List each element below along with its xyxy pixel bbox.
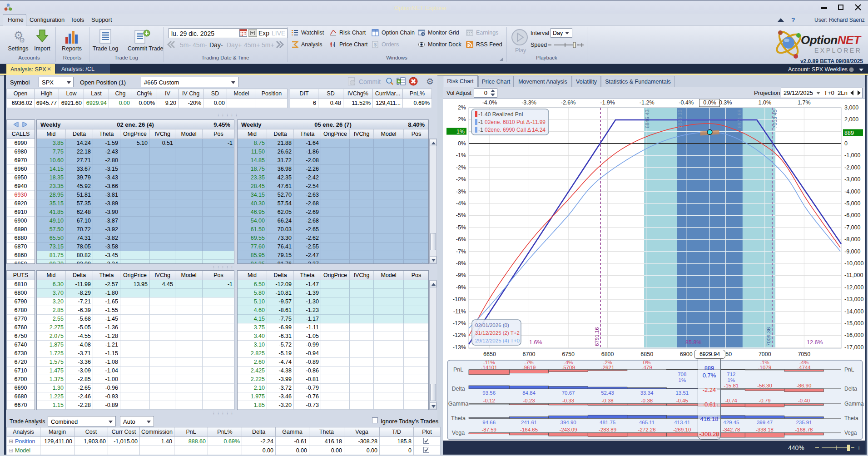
svg-text:2%: 2% bbox=[458, 116, 466, 123]
svg-text:2%: 2% bbox=[458, 104, 466, 111]
svg-text:-56.30: -56.30 bbox=[757, 383, 772, 388]
svg-text:-15,000: -15,000 bbox=[844, 320, 863, 327]
svg-text:235.91: 235.91 bbox=[796, 420, 812, 425]
svg-text:33.34: 33.34 bbox=[640, 390, 654, 396]
svg-text:712: 712 bbox=[727, 372, 735, 377]
svg-text:$: $ bbox=[374, 42, 377, 47]
svg-text:-2%: -2% bbox=[456, 164, 466, 171]
svg-text:-1.2%: -1.2% bbox=[640, 99, 655, 106]
svg-text:-5%: -5% bbox=[456, 224, 466, 231]
svg-text:14.24: 14.24 bbox=[532, 127, 546, 133]
svg-text:93.56: 93.56 bbox=[482, 390, 496, 396]
svg-text:2,000: 2,000 bbox=[844, 116, 858, 123]
svg-text:7009.36: 7009.36 bbox=[766, 327, 771, 346]
svg-text:394.90: 394.90 bbox=[560, 420, 576, 425]
svg-text:84.84: 84.84 bbox=[522, 390, 536, 396]
svg-text:+: + bbox=[857, 444, 861, 451]
svg-text:-1%: -1% bbox=[456, 152, 466, 159]
svg-text:889: 889 bbox=[844, 130, 854, 136]
svg-text:7050: 7050 bbox=[798, 351, 810, 357]
svg-text:Theta: Theta bbox=[844, 415, 858, 421]
svg-text:-272.26: -272.26 bbox=[638, 427, 656, 432]
svg-text:-10%: -10% bbox=[453, 296, 466, 302]
svg-text:Gamma: Gamma bbox=[844, 401, 864, 407]
svg-text:-5%: -5% bbox=[456, 212, 466, 218]
svg-text:-8,000: -8,000 bbox=[844, 236, 860, 243]
svg-text:94.66: 94.66 bbox=[482, 420, 496, 425]
svg-text:-12,000: -12,000 bbox=[844, 284, 863, 291]
svg-text:-17,000: -17,000 bbox=[844, 344, 863, 351]
svg-text:-11%: -11% bbox=[453, 308, 466, 315]
svg-text:Gamma: Gamma bbox=[448, 401, 469, 407]
svg-text:-14101: -14101 bbox=[481, 365, 497, 370]
svg-text:-11.99: -11.99 bbox=[531, 119, 546, 125]
svg-text:-12%: -12% bbox=[453, 320, 466, 327]
svg-text:6846.43: 6846.43 bbox=[645, 109, 650, 129]
svg-text:70.67: 70.67 bbox=[562, 390, 575, 396]
svg-text:-338.18: -338.18 bbox=[756, 427, 774, 432]
svg-text:Delta: Delta bbox=[451, 386, 465, 392]
svg-text:-168.78: -168.78 bbox=[795, 427, 813, 432]
svg-text:-13%: -13% bbox=[453, 344, 466, 351]
svg-text:-0.4%: -0.4% bbox=[679, 99, 694, 106]
svg-text:1%: 1% bbox=[728, 377, 735, 383]
svg-text:-1079: -1079 bbox=[758, 365, 771, 370]
svg-text:-4.0%: -4.0% bbox=[482, 99, 497, 106]
svg-text:-0.38: -0.38 bbox=[601, 398, 613, 403]
svg-text:1%: 1% bbox=[456, 129, 465, 135]
svg-text:413.41: 413.41 bbox=[674, 420, 690, 425]
svg-text:-9%: -9% bbox=[456, 284, 466, 291]
svg-text:31/12/2025 (2) T+2: 31/12/2025 (2) T+2 bbox=[475, 330, 520, 336]
svg-text:241.61: 241.61 bbox=[521, 420, 537, 425]
svg-text:-283.89: -283.89 bbox=[599, 427, 616, 432]
svg-text:6850: 6850 bbox=[640, 351, 653, 357]
svg-text:-86.90: -86.90 bbox=[797, 383, 812, 388]
svg-text:-243.09: -243.09 bbox=[560, 427, 577, 432]
svg-text:-15.81: -15.81 bbox=[724, 383, 739, 388]
svg-text:-0.40: -0.40 bbox=[798, 398, 810, 403]
svg-text:429.45: 429.45 bbox=[723, 420, 739, 425]
svg-text:481.75: 481.75 bbox=[600, 420, 615, 425]
svg-text:-4%: -4% bbox=[456, 200, 466, 207]
svg-text:-0.45: -0.45 bbox=[676, 398, 688, 403]
svg-text:-11,000: -11,000 bbox=[844, 272, 863, 278]
svg-text:02/01/2026 (0): 02/01/2026 (0) bbox=[475, 322, 509, 328]
svg-text:-5709: -5709 bbox=[561, 365, 575, 370]
svg-text:Delta: Delta bbox=[844, 386, 857, 392]
svg-text:-2.6%: -2.6% bbox=[561, 99, 576, 106]
svg-text:Theta: Theta bbox=[451, 415, 466, 421]
svg-text:29/12/2025 (4) T+0: 29/12/2025 (4) T+0 bbox=[475, 338, 520, 343]
svg-text:-3%: -3% bbox=[456, 188, 466, 195]
svg-text:-8%: -8% bbox=[456, 260, 466, 267]
svg-text:6971.69: 6971.69 bbox=[737, 109, 742, 129]
svg-text:-0.23: -0.23 bbox=[523, 398, 535, 403]
svg-text:13.51: 13.51 bbox=[675, 390, 689, 396]
svg-text:-3,000: -3,000 bbox=[844, 176, 860, 183]
svg-text:7013.45: 7013.45 bbox=[772, 109, 778, 129]
svg-text:1.7%: 1.7% bbox=[798, 99, 811, 106]
svg-text:-6%: -6% bbox=[456, 236, 466, 243]
svg-text:465.11: 465.11 bbox=[639, 420, 655, 425]
svg-text:-4744: -4744 bbox=[797, 365, 811, 370]
svg-text:-269.10: -269.10 bbox=[673, 427, 691, 432]
svg-text:-16,000: -16,000 bbox=[844, 332, 863, 338]
svg-text:7000: 7000 bbox=[759, 351, 771, 357]
svg-text:-10,000: -10,000 bbox=[844, 260, 863, 267]
svg-text:-3.3%: -3.3% bbox=[521, 99, 536, 106]
svg-text:85.8%: 85.8% bbox=[685, 339, 701, 346]
svg-text:-2621: -2621 bbox=[601, 365, 614, 370]
svg-text:6900: 6900 bbox=[680, 351, 693, 357]
svg-text:⚙: ⚙ bbox=[19, 36, 25, 44]
svg-text:-0.74: -0.74 bbox=[725, 398, 738, 403]
svg-text:-5,000: -5,000 bbox=[844, 200, 860, 207]
svg-text:-0.38: -0.38 bbox=[641, 398, 653, 403]
svg-text:12.6%: 12.6% bbox=[807, 339, 823, 346]
svg-text:-13,000: -13,000 bbox=[844, 296, 863, 302]
svg-text:708: 708 bbox=[678, 372, 686, 377]
svg-text:-9%: -9% bbox=[456, 272, 466, 278]
svg-text:-0.79: -0.79 bbox=[759, 398, 770, 403]
svg-text:0: 0 bbox=[844, 140, 848, 147]
svg-text:399.47: 399.47 bbox=[757, 420, 773, 425]
svg-text:-7%: -7% bbox=[456, 248, 466, 255]
svg-text:-2,000: -2,000 bbox=[844, 164, 860, 171]
